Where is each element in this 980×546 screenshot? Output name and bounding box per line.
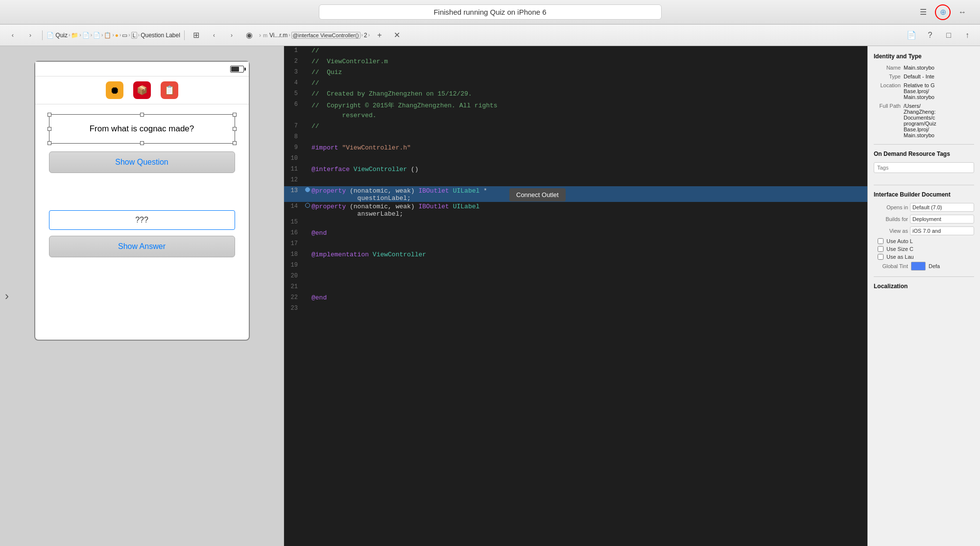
on-demand-title: On Demand Resource Tags (874, 150, 974, 157)
link-icon[interactable]: ⊕ (935, 4, 951, 20)
code-line-9: 9 #import "ViewController.h" (284, 143, 867, 154)
handle-ml (48, 127, 51, 131)
location-sub1: Base.lproj/ (904, 88, 974, 94)
code-line-4: 4 // (284, 78, 867, 89)
code-line-15: 15 (284, 218, 867, 228)
cb-num[interactable]: 2 (364, 32, 367, 39)
code-editor[interactable]: 1 // 2 // ViewController.m 3 // Quiz 4 /… (284, 46, 867, 546)
line-content-2: // ViewController.m (311, 57, 867, 65)
line-content-6b: reserved. (311, 111, 867, 119)
use-auto-label: Use Auto L (886, 238, 913, 244)
line-content-17 (311, 239, 867, 240)
use-auto-row: Use Auto L (878, 238, 974, 244)
code-sep: › (259, 32, 261, 39)
line-content-5: // Created by ZhangZhengzhen on 15/12/29… (311, 89, 867, 98)
bc-rect[interactable]: ▭ (122, 32, 127, 39)
handle-tc (140, 113, 144, 117)
question-text: From what is cognac made? (90, 124, 194, 134)
line-content-4: // (311, 78, 867, 87)
builds-for-row: Builds for Deployment (874, 215, 974, 223)
show-answer-button[interactable]: Show Answer (49, 236, 235, 257)
code-line-2: 2 // ViewController.m (284, 57, 867, 68)
builds-for-select[interactable]: Deployment (910, 215, 974, 223)
tags-input[interactable] (874, 162, 974, 173)
code-back-button[interactable]: ‹ (206, 27, 222, 43)
bc-storyboard[interactable]: 📋 (104, 32, 111, 39)
bc-file[interactable]: 📄 (82, 32, 90, 39)
related-items-button[interactable]: ◉ (241, 27, 257, 43)
cb-arrow1: › (288, 32, 290, 38)
global-tint-label: Global Tint (874, 263, 908, 269)
divider3 (874, 276, 974, 277)
code-line-1: 1 // (284, 46, 867, 57)
line-content-1: // (311, 46, 867, 54)
bc-quiz[interactable]: 📄 Quiz (47, 32, 68, 39)
code-line-6a: 6 // Copyright © 2015年 ZhangZhengzhen. A… (284, 100, 867, 111)
attributes-icon[interactable]: ↑ (959, 27, 975, 43)
library-icon[interactable]: □ (941, 27, 956, 43)
forward-button[interactable]: › (23, 27, 38, 43)
line-num-19: 19 (284, 261, 304, 269)
answer-input[interactable]: ??? (49, 210, 235, 230)
use-size-row: Use Size C (878, 246, 974, 252)
bc-arrow1: › (69, 32, 70, 38)
line-num-12: 12 (284, 175, 304, 183)
breadcrumb: 📄 Quiz › 📁 › 📄 › 📄 › 📋 › ● › ▭ › L › Que… (47, 32, 180, 39)
line-num-5: 5 (284, 89, 304, 97)
view-as-select[interactable]: iOS 7.0 and (910, 226, 974, 235)
divider2 (874, 185, 974, 185)
bc-L[interactable]: L (131, 32, 137, 39)
title-bar-controls: ☰ ⊕ ↔ (915, 4, 970, 20)
bc-file2[interactable]: 📄 (93, 32, 100, 39)
code-forward-button[interactable]: › (224, 27, 239, 43)
line-num-23: 23 (284, 304, 304, 312)
bc-folder[interactable]: 📁 (71, 32, 78, 39)
line-num-11: 11 (284, 165, 304, 173)
line-num-4: 4 (284, 78, 304, 86)
opens-in-select[interactable]: Default (7.0) (910, 203, 974, 212)
use-size-checkbox[interactable] (878, 246, 884, 252)
app-icon-orange[interactable]: 📋 (161, 81, 178, 99)
cb-interface[interactable]: @interface ViewController() (291, 32, 360, 39)
line-num-8: 8 (284, 132, 304, 140)
name-label: Name (874, 65, 901, 71)
global-tint-swatch[interactable] (911, 262, 926, 271)
divider1 (874, 144, 974, 145)
line-content-12 (311, 175, 867, 176)
handle-tr (233, 113, 237, 117)
line-content-10 (311, 154, 867, 155)
navigate-left-button[interactable]: › (5, 289, 9, 303)
cb-file[interactable]: Vi...r.m (269, 32, 287, 39)
bc-question-label[interactable]: Question Label (141, 32, 180, 39)
line-num-17: 17 (284, 239, 304, 247)
code-line-23: 23 (284, 304, 867, 315)
close-editor-button[interactable]: ✕ (389, 27, 405, 43)
show-question-button[interactable]: Show Question (49, 151, 235, 173)
line-num-16: 16 (284, 228, 304, 236)
opens-in-value: Default (7.0) (912, 204, 942, 210)
handle-bl (48, 141, 51, 145)
app-icons-row: ⏺ 📦 📋 (35, 76, 249, 104)
app-icon-red[interactable]: 📦 (133, 81, 151, 99)
add-editor-button[interactable]: + (372, 27, 387, 43)
grid-icon[interactable]: ⊞ (189, 27, 204, 43)
use-as-checkbox[interactable] (878, 254, 884, 260)
help-icon[interactable]: ? (922, 27, 938, 43)
back-button[interactable]: ‹ (5, 27, 21, 43)
resize-icon[interactable]: ↔ (955, 4, 970, 20)
type-row: Type Default - Inte (874, 74, 974, 79)
bc-circle[interactable]: ● (115, 32, 119, 39)
hamburger-icon[interactable]: ☰ (915, 4, 931, 20)
show-question-label: Show Question (115, 158, 168, 167)
app-icon-yellow[interactable]: ⏺ (106, 81, 123, 99)
iphone-status-bar (35, 62, 249, 76)
code-line-19: 19 (284, 261, 867, 272)
code-line-5: 5 // Created by ZhangZhengzhen on 15/12/… (284, 89, 867, 100)
code-line-3: 3 // Quiz (284, 68, 867, 78)
line-content-15 (311, 218, 867, 219)
inspector-icon[interactable]: 📄 (904, 27, 919, 43)
simulator-panel: › ⏺ 📦 📋 (0, 46, 284, 546)
line-num-18: 18 (284, 250, 304, 258)
use-auto-checkbox[interactable] (878, 238, 884, 244)
bc-arrow6: › (120, 32, 121, 38)
